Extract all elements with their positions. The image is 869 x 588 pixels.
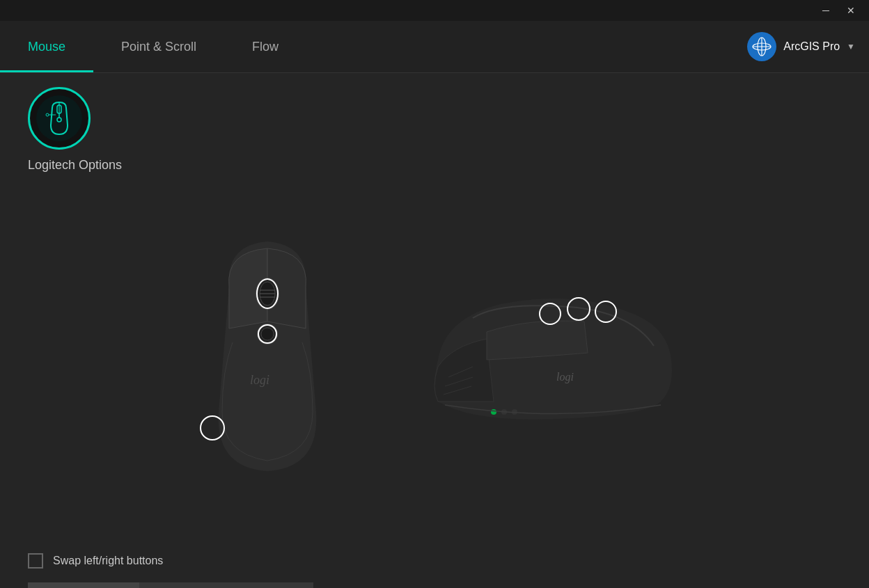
svg-text:logi: logi <box>250 373 269 387</box>
chevron-down-icon: ▼ <box>847 42 855 51</box>
svg-point-20 <box>491 409 496 415</box>
swap-row: Swap left/right buttons <box>28 553 841 569</box>
side-button-2[interactable] <box>567 297 590 321</box>
title-bar: ─ ✕ <box>0 0 869 21</box>
main-content: Logitech Options <box>0 73 869 539</box>
tab-mouse[interactable]: Mouse <box>0 21 93 72</box>
restore-defaults-button[interactable]: RESTORE DEFAULTS <box>139 582 313 588</box>
buttons-row: MORE RESTORE DEFAULTS <box>28 582 841 588</box>
app-icon <box>747 32 776 61</box>
logitech-logo-icon <box>35 94 84 143</box>
side-button-1[interactable] <box>539 303 561 325</box>
app-logo <box>28 87 91 150</box>
svg-text:logi: logi <box>556 371 574 383</box>
arcgis-icon <box>751 36 772 57</box>
mouse-display: logi <box>28 186 841 525</box>
logo-section: Logitech Options <box>28 87 841 173</box>
close-button[interactable]: ✕ <box>838 0 863 21</box>
bottom-controls: Swap left/right buttons MORE RESTORE DEF… <box>0 539 869 588</box>
mouse-side-svg: logi <box>417 276 682 436</box>
side-button-3[interactable] <box>595 301 617 323</box>
minimize-button[interactable]: ─ <box>813 0 838 21</box>
app-name-label: ArcGIS Pro <box>783 40 840 53</box>
scroll-wheel-button[interactable] <box>256 278 279 309</box>
swap-label: Swap left/right buttons <box>53 555 163 567</box>
more-button[interactable]: MORE <box>28 582 139 588</box>
mouse-front-svg: logi <box>187 231 347 482</box>
tab-point-scroll[interactable]: Point & Scroll <box>93 21 224 72</box>
swap-checkbox[interactable] <box>28 553 43 569</box>
app-title: Logitech Options <box>28 158 122 173</box>
tab-flow[interactable]: Flow <box>224 21 306 72</box>
mouse-side-view: logi <box>417 276 682 436</box>
middle-button[interactable] <box>258 324 277 344</box>
left-side-button[interactable] <box>200 415 225 440</box>
mouse-front-view: logi <box>187 231 347 482</box>
tab-bar: Mouse Point & Scroll Flow ArcGIS Pro ▼ <box>0 21 869 73</box>
app-selector[interactable]: ArcGIS Pro ▼ <box>747 32 855 61</box>
